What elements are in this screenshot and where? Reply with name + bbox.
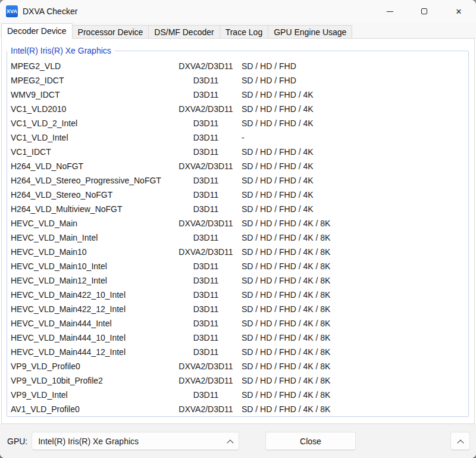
decoder-api: D3D11 (175, 147, 237, 157)
decoder-api: D3D11 (175, 319, 237, 328)
decoder-name: H264_VLD_Multiview_NoFGT (7, 204, 175, 214)
decoder-resolutions: SD / HD / FHD / 4K / 8K (237, 347, 330, 357)
decoder-resolutions: SD / HD / FHD / 4K (237, 104, 314, 114)
close-window-button[interactable]: ✕ (441, 0, 476, 23)
chevron-up-icon (457, 440, 464, 446)
decoder-resolutions: SD / HD / FHD / 4K / 8K (237, 233, 330, 242)
decoder-row[interactable]: HEVC_VLD_Main10 DXVA2/D3D11 SD / HD / FH… (7, 245, 468, 259)
decoder-name: VC1_IDCT (7, 147, 175, 157)
decoder-resolutions: SD / HD / FHD / 4K (237, 90, 314, 99)
decoder-api: DXVA2/D3D11 (175, 404, 237, 414)
decoder-row[interactable]: VP9_VLD_Intel D3D11 SD / HD / FHD / 4K /… (7, 388, 468, 402)
decoder-resolutions: SD / HD / FHD / 4K / 8K (237, 276, 330, 285)
decoder-api: D3D11 (175, 233, 237, 242)
decoder-resolutions: SD / HD / FHD / 4K (237, 190, 314, 200)
tab-strip: Decoder Device Processor Device DS/MF De… (0, 23, 476, 38)
decoder-row[interactable]: H264_VLD_Stereo_Progressive_NoFGT D3D11 … (7, 173, 468, 188)
decoder-api: D3D11 (175, 176, 237, 185)
decoder-row[interactable]: HEVC_VLD_Main444_Intel D3D11 SD / HD / F… (7, 316, 468, 331)
decoder-api: D3D11 (175, 290, 237, 300)
decoder-row[interactable]: HEVC_VLD_Main422_12_Intel D3D11 SD / HD … (7, 302, 468, 316)
decoder-resolutions: SD / HD / FHD (237, 61, 296, 71)
decoder-row[interactable]: MPEG2_VLD DXVA2/D3D11 SD / HD / FHD (7, 59, 468, 73)
decoder-row[interactable]: MPEG2_IDCT D3D11 SD / HD / FHD (7, 73, 468, 88)
groupbox-title: Intel(R) Iris(R) Xe Graphics (7, 45, 115, 57)
decoder-name: HEVC_VLD_Main422_12_Intel (7, 304, 175, 314)
decoder-row[interactable]: H264_VLD_Stereo_NoFGT D3D11 SD / HD / FH… (7, 188, 468, 202)
gpu-label: GPU: (7, 437, 27, 446)
decoder-name: HEVC_VLD_Main422_10_Intel (7, 290, 175, 300)
decoder-name: VC1_VLD_Intel (7, 133, 175, 142)
decoder-row[interactable]: VC1_VLD_2_Intel D3D11 SD / HD / FHD / 4K (7, 116, 468, 130)
decoder-resolutions: SD / HD / FHD / 4K / 8K (237, 390, 330, 400)
decoder-name: HEVC_VLD_Main_Intel (7, 233, 175, 242)
close-icon: ✕ (456, 8, 462, 15)
decoder-name: VP9_VLD_Intel (7, 390, 175, 400)
decoder-row[interactable]: HEVC_VLD_Main12_Intel D3D11 SD / HD / FH… (7, 273, 468, 288)
app-icon: XVA (6, 5, 18, 17)
decoder-row[interactable]: VP9_VLD_10bit_Profile2 DXVA2/D3D11 SD / … (7, 373, 468, 388)
decoder-row[interactable]: HEVC_VLD_Main DXVA2/D3D11 SD / HD / FHD … (7, 216, 468, 230)
decoder-row[interactable]: VC1_VLD2010 DXVA2/D3D11 SD / HD / FHD / … (7, 102, 468, 116)
decoder-row[interactable]: HEVC_VLD_Main444_12_Intel D3D11 SD / HD … (7, 345, 468, 359)
decoder-resolutions: SD / HD / FHD / 4K / 8K (237, 404, 330, 414)
decoder-row[interactable]: H264_VLD_NoFGT DXVA2/D3D11 SD / HD / FHD… (7, 159, 468, 173)
decoder-api: DXVA2/D3D11 (175, 61, 237, 71)
tab-trace-log[interactable]: Trace Log (220, 25, 269, 38)
app-window: XVA DXVA Checker ✕ Decoder Device Proces… (0, 0, 476, 458)
decoder-name: HEVC_VLD_Main10_Intel (7, 261, 175, 271)
decoder-row[interactable]: AV1_VLD_Profile0 DXVA2/D3D11 SD / HD / F… (7, 402, 468, 416)
maximize-button[interactable] (407, 0, 441, 23)
decoder-name: WMV9_IDCT (7, 90, 175, 99)
decoder-resolutions: SD / HD / FHD / 4K (237, 176, 314, 185)
decoder-row[interactable]: WMV9_IDCT D3D11 SD / HD / FHD / 4K (7, 88, 468, 102)
decoder-api: DXVA2/D3D11 (175, 161, 237, 171)
tab-gpu-engine-usage[interactable]: GPU Engine Usage (268, 25, 352, 38)
decoder-api: DXVA2/D3D11 (175, 104, 237, 114)
decoder-api: D3D11 (175, 347, 237, 357)
decoder-resolutions: - (237, 133, 245, 142)
caption-buttons: ✕ (372, 0, 476, 23)
decoder-api: DXVA2/D3D11 (175, 219, 237, 228)
decoder-api: D3D11 (175, 304, 237, 314)
decoder-device-page: Intel(R) Iris(R) Xe Graphics MPEG2_VLD D… (1, 38, 475, 424)
decoder-api: DXVA2/D3D11 (175, 362, 237, 371)
decoder-name: HEVC_VLD_Main10 (7, 247, 175, 257)
decoder-name: MPEG2_IDCT (7, 76, 175, 85)
decoder-api: DXVA2/D3D11 (175, 376, 237, 385)
decoder-name: H264_VLD_Stereo_Progressive_NoFGT (7, 176, 175, 185)
decoder-resolutions: SD / HD / FHD / 4K (237, 119, 314, 128)
minimize-icon (387, 11, 393, 12)
decoder-name: MPEG2_VLD (7, 61, 175, 71)
chevron-up-icon (227, 440, 234, 446)
decoder-row[interactable]: H264_VLD_Multiview_NoFGT D3D11 SD / HD /… (7, 202, 468, 216)
options-expand-button[interactable] (450, 432, 470, 450)
decoder-name: VC1_VLD2010 (7, 104, 175, 114)
decoder-row[interactable]: HEVC_VLD_Main10_Intel D3D11 SD / HD / FH… (7, 259, 468, 273)
decoder-resolutions: SD / HD / FHD / 4K / 8K (237, 219, 330, 228)
decoder-api: D3D11 (175, 333, 237, 342)
decoder-name: AV1_VLD_Profile0 (7, 404, 175, 414)
footer-bar: GPU: Intel(R) Iris(R) Xe Graphics Close (0, 424, 476, 458)
decoder-name: H264_VLD_NoFGT (7, 161, 175, 171)
decoder-row[interactable]: VC1_VLD_Intel D3D11 - (7, 130, 468, 145)
decoder-resolutions: SD / HD / FHD / 4K (237, 147, 314, 157)
gpu-select[interactable]: Intel(R) Iris(R) Xe Graphics (32, 432, 239, 450)
close-button[interactable]: Close (265, 432, 356, 450)
decoder-row[interactable]: HEVC_VLD_Main_Intel D3D11 SD / HD / FHD … (7, 230, 468, 245)
tab-processor-device[interactable]: Processor Device (72, 25, 149, 38)
decoder-row[interactable]: HEVC_VLD_Main422_10_Intel D3D11 SD / HD … (7, 288, 468, 302)
decoder-api: D3D11 (175, 190, 237, 200)
decoder-row[interactable]: VC1_IDCT D3D11 SD / HD / FHD / 4K (7, 145, 468, 159)
decoder-row[interactable]: VP9_VLD_Profile0 DXVA2/D3D11 SD / HD / F… (7, 359, 468, 373)
decoder-api: D3D11 (175, 261, 237, 271)
decoder-name: HEVC_VLD_Main444_12_Intel (7, 347, 175, 357)
minimize-button[interactable] (372, 0, 407, 23)
decoder-row[interactable]: HEVC_VLD_Main444_10_Intel D3D11 SD / HD … (7, 331, 468, 345)
decoder-name: HEVC_VLD_Main444_Intel (7, 319, 175, 328)
tab-dsmf-decoder[interactable]: DS/MF Decoder (148, 25, 220, 38)
decoder-name: VP9_VLD_10bit_Profile2 (7, 376, 175, 385)
decoder-api: D3D11 (175, 204, 237, 214)
decoder-resolutions: SD / HD / FHD / 4K / 8K (237, 376, 330, 385)
tab-decoder-device[interactable]: Decoder Device (1, 23, 73, 39)
